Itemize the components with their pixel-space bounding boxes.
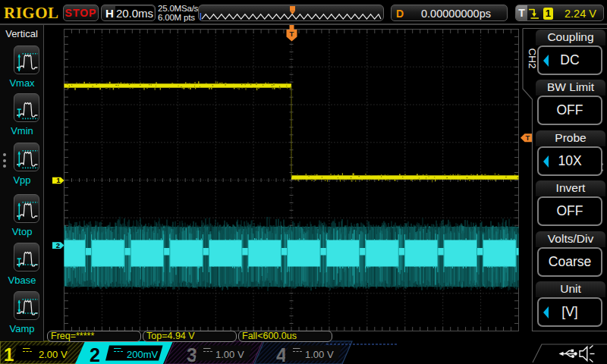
svg-text:2.00 V: 2.00 V (39, 349, 68, 360)
svg-text:200mV: 200mV (127, 349, 159, 360)
svg-text:1: 1 (56, 176, 61, 184)
svg-text:2: 2 (56, 241, 60, 249)
svg-text:1.00 V: 1.00 V (215, 349, 244, 360)
svg-text:3: 3 (187, 344, 197, 364)
svg-text:1: 1 (4, 344, 14, 364)
svg-text:1.00 V: 1.00 V (305, 349, 334, 360)
svg-text:4: 4 (276, 344, 287, 364)
svg-text:T: T (526, 133, 530, 142)
svg-text:2: 2 (90, 344, 100, 364)
svg-text:T: T (290, 30, 294, 38)
